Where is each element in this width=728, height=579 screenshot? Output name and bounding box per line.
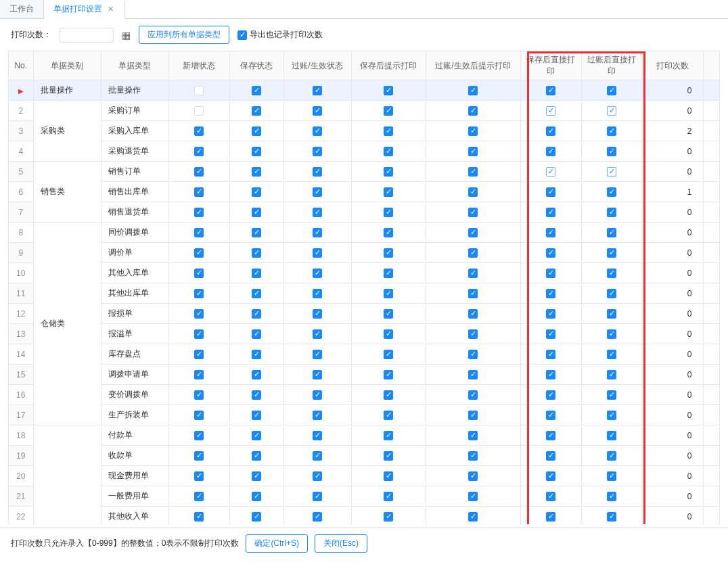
checkbox[interactable]: ✓	[194, 451, 204, 461]
checkbox[interactable]: ✓	[194, 167, 204, 177]
checkbox[interactable]: ✓	[313, 147, 322, 156]
checkbox[interactable]: ✓	[468, 411, 478, 420]
checkbox[interactable]: ✓	[313, 167, 322, 177]
checkbox[interactable]: ✓	[313, 126, 322, 136]
checkbox[interactable]: ✓	[313, 106, 322, 116]
checkbox[interactable]: ✓	[546, 431, 555, 440]
checkbox[interactable]: ✓	[468, 269, 478, 278]
checkbox[interactable]: ✓	[546, 147, 555, 156]
checkbox[interactable]: ✓	[607, 187, 616, 197]
checkbox[interactable]: ✓	[468, 512, 478, 522]
checkbox[interactable]: ✓	[546, 370, 555, 379]
checkbox[interactable]: ✓	[194, 350, 204, 359]
checkbox[interactable]: ✓	[252, 350, 261, 359]
checkbox[interactable]: ✓	[384, 208, 393, 217]
checkbox[interactable]: ✓	[468, 390, 478, 400]
checkbox[interactable]: ✓	[313, 86, 322, 95]
checkbox[interactable]: ✓	[194, 471, 204, 481]
apply-all-button[interactable]: 应用到所有单据类型	[139, 26, 229, 44]
checkbox[interactable]: ✓	[313, 451, 322, 461]
checkbox[interactable]: ✓	[252, 329, 261, 339]
checkbox[interactable]: ✓	[384, 106, 393, 116]
checkbox[interactable]: ✓	[546, 411, 555, 420]
checkbox[interactable]: ✓	[252, 431, 261, 440]
checkbox[interactable]: ✓	[384, 492, 393, 501]
checkbox[interactable]: ✓	[607, 167, 616, 177]
checkbox[interactable]: ✓	[607, 147, 616, 156]
checkbox[interactable]: ✓	[546, 167, 555, 177]
checkbox[interactable]: ✓	[468, 126, 478, 136]
checkbox[interactable]: ✓	[468, 208, 478, 217]
checkbox[interactable]: ✓	[313, 329, 322, 339]
checkbox[interactable]: ✓	[252, 471, 261, 481]
checkbox[interactable]: ✓	[607, 309, 616, 319]
checkbox[interactable]: ✓	[313, 431, 322, 440]
checkbox[interactable]: ✓	[313, 471, 322, 481]
checkbox[interactable]: ✓	[607, 86, 616, 95]
checkbox[interactable]: ✓	[313, 309, 322, 319]
checkbox[interactable]: ✓	[313, 228, 322, 237]
checkbox[interactable]: ✓	[384, 248, 393, 258]
checkbox[interactable]: ✓	[252, 228, 261, 237]
checkbox[interactable]: ✓	[384, 309, 393, 319]
tab-workbench[interactable]: 工作台	[0, 0, 44, 18]
checkbox[interactable]: ✓	[313, 350, 322, 359]
checkbox[interactable]: ✓	[194, 248, 204, 258]
checkbox[interactable]: ✓	[468, 350, 478, 359]
close-icon[interactable]: ✕	[106, 5, 115, 14]
checkbox[interactable]: ✓	[313, 492, 322, 501]
checkbox[interactable]: ✓	[468, 248, 478, 258]
checkbox[interactable]: ✓	[546, 187, 555, 197]
checkbox[interactable]: ✓	[607, 228, 616, 237]
checkbox[interactable]: ✓	[384, 512, 393, 522]
checkbox[interactable]: ✓	[546, 248, 555, 258]
export-record-checkbox[interactable]: ✓ 导出也记录打印次数	[237, 29, 323, 41]
checkbox[interactable]: ✓	[194, 512, 204, 522]
checkbox[interactable]: ✓	[313, 370, 322, 379]
checkbox[interactable]: ✓	[546, 289, 555, 298]
checkbox[interactable]: ✓	[546, 350, 555, 359]
checkbox[interactable]: ✓	[546, 329, 555, 339]
checkbox[interactable]: ✓	[607, 492, 616, 501]
checkbox[interactable]: ✓	[252, 208, 261, 217]
checkbox[interactable]: ✓	[252, 289, 261, 298]
checkbox[interactable]: ✓	[384, 269, 393, 278]
checkbox[interactable]: ✓	[194, 411, 204, 420]
checkbox[interactable]: ✓	[607, 512, 616, 522]
checkbox[interactable]: ✓	[252, 390, 261, 400]
checkbox[interactable]: ✓	[194, 86, 204, 95]
checkbox[interactable]: ✓	[194, 289, 204, 298]
checkbox[interactable]: ✓	[546, 106, 555, 116]
checkbox[interactable]: ✓	[384, 289, 393, 298]
checkbox[interactable]: ✓	[384, 228, 393, 237]
checkbox[interactable]: ✓	[468, 289, 478, 298]
checkbox[interactable]: ✓	[194, 492, 204, 501]
checkbox[interactable]: ✓	[607, 269, 616, 278]
checkbox[interactable]: ✓	[313, 269, 322, 278]
confirm-button[interactable]: 确定(Ctrl+S)	[246, 534, 308, 553]
checkbox[interactable]: ✓	[607, 390, 616, 400]
checkbox[interactable]: ✓	[252, 309, 261, 319]
checkbox[interactable]: ✓	[313, 512, 322, 522]
checkbox[interactable]: ✓	[468, 167, 478, 177]
checkbox[interactable]: ✓	[194, 187, 204, 197]
checkbox[interactable]: ✓	[384, 329, 393, 339]
checkbox[interactable]: ✓	[607, 350, 616, 359]
checkbox[interactable]: ✓	[384, 431, 393, 440]
checkbox[interactable]: ✓	[607, 248, 616, 258]
checkbox[interactable]: ✓	[252, 106, 261, 116]
checkbox[interactable]: ✓	[194, 431, 204, 440]
checkbox[interactable]: ✓	[252, 126, 261, 136]
checkbox[interactable]: ✓	[194, 106, 204, 116]
checkbox[interactable]: ✓	[607, 289, 616, 298]
checkbox[interactable]: ✓	[607, 126, 616, 136]
checkbox[interactable]: ✓	[546, 390, 555, 400]
checkbox[interactable]: ✓	[468, 431, 478, 440]
checkbox[interactable]: ✓	[384, 350, 393, 359]
checkbox[interactable]: ✓	[384, 411, 393, 420]
checkbox[interactable]: ✓	[384, 126, 393, 136]
checkbox[interactable]: ✓	[607, 431, 616, 440]
checkbox[interactable]: ✓	[546, 86, 555, 95]
checkbox[interactable]: ✓	[468, 370, 478, 379]
checkbox[interactable]: ✓	[252, 248, 261, 258]
